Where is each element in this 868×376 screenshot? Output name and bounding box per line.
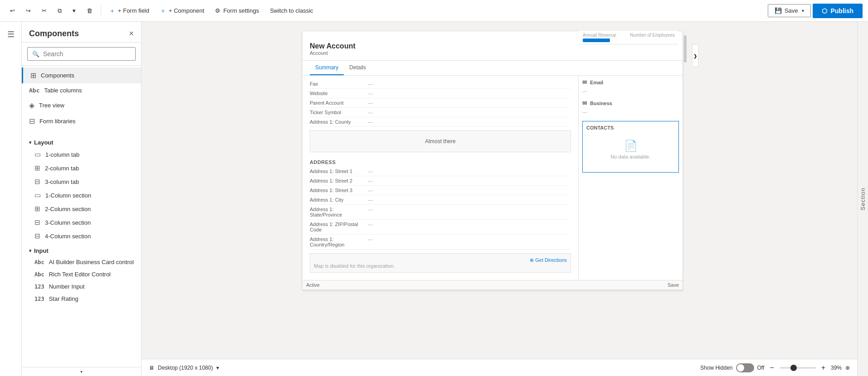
search-input[interactable]: [43, 50, 131, 58]
canvas-content: Annual Revenue Number of Employees New A…: [141, 22, 857, 359]
canvas-area: Annual Revenue Number of Employees New A…: [141, 22, 857, 376]
get-directions-button[interactable]: ⊕ Get Directions: [314, 257, 567, 263]
form-row-street2: Address 1: Street 2 ---: [310, 176, 571, 186]
map-section: ⊕ Get Directions Map is disabled for thi…: [310, 253, 571, 273]
publish-button[interactable]: ⬡ Publish: [813, 4, 863, 18]
form-row-parent-account: Parent Account ---: [310, 98, 571, 108]
status-left: 🖥 Desktop (1920 x 1080) ▾: [149, 365, 219, 371]
form-scrollbar[interactable]: [683, 31, 687, 290]
table-columns-icon: Abc: [29, 87, 39, 94]
show-hidden-toggle[interactable]: Off: [736, 363, 764, 372]
right-panel-collapse-button[interactable]: ❯: [692, 44, 698, 67]
business-section-title: ✉ Business: [582, 100, 679, 106]
cut-button[interactable]: ✂: [37, 5, 51, 17]
sidebar-search: 🔍: [22, 43, 141, 66]
tab-details[interactable]: Details: [344, 61, 371, 75]
form-status-bar: Active Save: [302, 280, 683, 289]
2col-section-icon: ⊞: [34, 205, 40, 213]
component-button[interactable]: ＋ + Component: [156, 4, 209, 18]
zoom-plus-button[interactable]: +: [819, 364, 827, 372]
number-input-control[interactable]: 123 Number Input: [22, 280, 141, 293]
sidebar-item-table-columns[interactable]: Abc Table columns: [22, 83, 141, 97]
form-row-city: Address 1: City ---: [310, 195, 571, 205]
form-status-left: Active: [306, 282, 320, 288]
form-field-button[interactable]: ＋ + Form field: [105, 4, 154, 18]
employees-label: Number of Employees: [630, 33, 675, 38]
sidebar-item-tree-view[interactable]: ◈ Tree view: [22, 97, 141, 113]
annual-revenue-label: Annual Revenue: [583, 33, 616, 38]
contacts-title: CONTACTS: [586, 125, 675, 130]
save-icon: 💾: [775, 7, 782, 14]
form-tabs: Summary Details: [302, 61, 683, 76]
form-libraries-icon: ⊟: [29, 117, 35, 125]
device-label: Desktop (1920 x 1080): [158, 365, 213, 371]
cut-icon: ✂: [42, 7, 47, 14]
map-disabled-text: Map is disabled for this organization.: [314, 263, 567, 269]
components-icon: ⊞: [30, 71, 36, 80]
layout-3col-tab[interactable]: ⊟ 3-column tab: [22, 175, 141, 188]
tab-summary[interactable]: Summary: [310, 61, 344, 75]
scroll-thumb: [684, 35, 687, 63]
sidebar-title: Components: [29, 29, 79, 39]
almost-there-panel: Almost there: [310, 130, 571, 152]
layout-3col-section[interactable]: ⊟ 3-Column section: [22, 216, 141, 229]
undo-icon: ↩: [10, 7, 15, 14]
copy-button[interactable]: ⧉: [53, 5, 66, 17]
ai-builder-control[interactable]: Abc AI Builder Business Card control: [22, 256, 141, 268]
form-row-state: Address 1: State/Province ---: [310, 205, 571, 220]
rich-text-editor-control[interactable]: Abc Rich Text Editor Control: [22, 268, 141, 280]
layout-2col-section[interactable]: ⊞ 2-Column section: [22, 202, 141, 216]
status-bar: 🖥 Desktop (1920 x 1080) ▾ Show Hidden Of…: [141, 359, 857, 376]
layout-1col-section[interactable]: ▭ 1-Column section: [22, 188, 141, 202]
form-preview: Annual Revenue Number of Employees New A…: [302, 31, 683, 290]
sidebar-item-form-libraries[interactable]: ⊟ Form libraries: [22, 113, 141, 129]
sidebar-close-button[interactable]: ×: [129, 29, 134, 39]
monitor-icon: 🖥: [149, 365, 154, 371]
section-label: Section: [859, 188, 866, 210]
zoom-level: 39%: [831, 365, 842, 371]
redo-icon: ↪: [26, 7, 31, 14]
form-settings-button[interactable]: ⚙ Form settings: [210, 5, 263, 17]
annual-revenue-stat: Annual Revenue: [583, 33, 616, 42]
star-rating-control[interactable]: 123 Star Rating: [22, 293, 141, 305]
employees-stat: Number of Employees: [630, 33, 675, 42]
reset-zoom-button[interactable]: ⊕: [845, 365, 850, 371]
paste-dropdown-button[interactable]: ▾: [68, 5, 80, 17]
plus-icon-2: ＋: [160, 7, 166, 15]
sidebar-item-components[interactable]: ⊞ Components: [22, 67, 141, 83]
form-side-panel: ✉ Email --- ✉ Business ---: [578, 76, 683, 280]
save-dropdown-icon: ▾: [802, 8, 804, 13]
input-section-header[interactable]: ▾ Input: [22, 243, 141, 256]
redo-button[interactable]: ↪: [21, 5, 35, 17]
undo-button[interactable]: ↩: [5, 5, 20, 17]
number-input-icon: 123: [34, 284, 44, 290]
form-row-zip: Address 1: ZIP/Postal Code ---: [310, 220, 571, 235]
toggle-knob: [737, 364, 744, 371]
layout-section-header[interactable]: ▾ Layout: [22, 135, 141, 148]
zoom-slider[interactable]: [780, 367, 816, 369]
layout-4col-section[interactable]: ⊟ 4-Column section: [22, 229, 141, 243]
publish-icon: ⬡: [822, 7, 827, 14]
sidebar-content: ▾ Layout ▭ 1-column tab ⊞ 2-column tab ⊟…: [22, 131, 141, 367]
form-row-country: Address 1: Country/Region ---: [310, 235, 571, 250]
show-hidden-label: Show Hidden: [700, 365, 732, 371]
delete-button[interactable]: 🗑: [82, 5, 97, 17]
form-row-ticker: Ticker Symbol ---: [310, 108, 571, 117]
save-button[interactable]: 💾 Save ▾: [768, 4, 811, 17]
switch-classic-button[interactable]: Switch to classic: [265, 5, 317, 17]
no-data-icon: 📄: [595, 140, 666, 152]
copy-icon: ⧉: [58, 7, 62, 14]
sidebar-nav: ⊞ Components Abc Table columns ◈ Tree vi…: [22, 66, 141, 131]
search-box: 🔍: [27, 47, 136, 61]
layout-2col-tab[interactable]: ⊞ 2-column tab: [22, 161, 141, 175]
settings-icon: ⚙: [215, 7, 220, 14]
zoom-minus-button[interactable]: −: [768, 364, 775, 372]
business-section: ✉ Business ---: [582, 100, 679, 116]
status-right: Show Hidden Off − + 39% ⊕: [700, 363, 850, 372]
device-dropdown-icon[interactable]: ▾: [216, 365, 219, 371]
hamburger-menu-button[interactable]: ☰: [2, 25, 20, 43]
toggle-state: Off: [757, 365, 764, 371]
business-value: ---: [582, 108, 679, 116]
toggle-track[interactable]: [736, 363, 754, 372]
layout-1col-tab[interactable]: ▭ 1-column tab: [22, 148, 141, 161]
